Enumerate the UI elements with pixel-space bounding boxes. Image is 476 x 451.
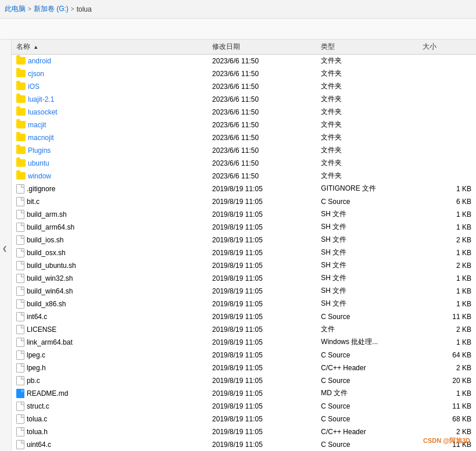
file-date-cell: 2019/8/19 11:05 xyxy=(207,413,316,425)
file-name-cell: build_arm.sh xyxy=(12,208,207,221)
table-row[interactable]: int64.c2019/8/19 11:05C Source11 KB xyxy=(12,310,476,323)
table-row[interactable]: build_x86.sh2019/8/19 11:05SH 文件1 KB xyxy=(12,298,476,310)
file-name-cell: .gitignore xyxy=(12,182,207,195)
file-name-cell: ubuntu xyxy=(12,157,207,170)
file-icon xyxy=(16,363,24,373)
file-date-cell: 2019/8/19 11:05 xyxy=(207,310,316,323)
col-header-name[interactable]: 名称 ▲ xyxy=(12,40,207,55)
table-row[interactable]: build_arm.sh2019/8/19 11:05SH 文件1 KB xyxy=(12,208,476,221)
file-name-cell: build_win64.sh xyxy=(12,285,207,298)
file-type-cell: SH 文件 xyxy=(316,259,418,272)
file-size-cell: 1 KB xyxy=(418,182,476,195)
file-name-label: pb.c xyxy=(27,377,40,385)
file-size-cell xyxy=(418,119,476,131)
table-row[interactable]: build_osx.sh2019/8/19 11:05SH 文件1 KB xyxy=(12,246,476,259)
table-row[interactable]: lpeg.h2019/8/19 11:05C/C++ Header2 KB xyxy=(12,361,476,374)
file-date-cell: 2019/8/19 11:05 xyxy=(207,221,316,234)
table-row[interactable]: android2023/6/6 11:50文件夹 xyxy=(12,55,476,67)
file-size-cell xyxy=(418,144,476,157)
file-date-cell: 2019/8/19 11:05 xyxy=(207,361,316,374)
table-row[interactable]: pb.c2019/8/19 11:05C Source20 KB xyxy=(12,374,476,387)
file-name-cell: android xyxy=(12,55,207,67)
file-name-cell: pb.c xyxy=(12,374,207,387)
table-row[interactable]: bit.c2019/8/19 11:05C Source6 KB xyxy=(12,195,476,208)
file-size-cell: 2 KB xyxy=(418,361,476,374)
file-name-cell: macjit xyxy=(12,119,207,131)
file-table: 名称 ▲ 修改日期 类型 大小 android2023/6/6 11:50文件夹… xyxy=(12,40,476,451)
table-row[interactable]: window2023/6/6 11:50文件夹 xyxy=(12,170,476,182)
file-size-cell xyxy=(418,67,476,80)
file-date-cell: 2019/8/19 11:05 xyxy=(207,298,316,310)
table-row[interactable]: build_arm64.sh2019/8/19 11:05SH 文件1 KB xyxy=(12,221,476,234)
file-name-cell: link_arm64.bat xyxy=(12,336,207,349)
file-size-cell xyxy=(418,157,476,170)
table-row[interactable]: macjit2023/6/6 11:50文件夹 xyxy=(12,119,476,131)
breadcrumb: 此电脑 > 新加卷 (G:) > tolua xyxy=(5,4,92,14)
file-icon xyxy=(16,376,24,385)
file-icon xyxy=(16,235,24,245)
folder-icon xyxy=(16,95,26,103)
file-icon xyxy=(16,210,24,219)
file-name-label: build_arm.sh xyxy=(27,210,67,219)
file-type-cell: 文件夹 xyxy=(316,80,418,93)
file-icon xyxy=(16,414,24,424)
file-icon xyxy=(16,184,24,194)
file-date-cell: 2019/8/19 11:05 xyxy=(207,208,316,221)
table-row[interactable]: LICENSE2019/8/19 11:05文件2 KB xyxy=(12,323,476,336)
table-row[interactable]: iOS2023/6/6 11:50文件夹 xyxy=(12,80,476,93)
file-date-cell: 2023/6/6 11:50 xyxy=(207,93,316,106)
file-name-label: lpeg.c xyxy=(27,351,45,359)
table-row[interactable]: link_arm64.bat2019/8/19 11:05Windows 批处理… xyxy=(12,336,476,349)
table-row[interactable]: luajit-2.12023/6/6 11:50文件夹 xyxy=(12,93,476,106)
breadcrumb-computer[interactable]: 此电脑 xyxy=(5,4,26,14)
table-row[interactable]: build_win32.sh2019/8/19 11:05SH 文件1 KB xyxy=(12,272,476,285)
file-name-label: luajit-2.1 xyxy=(28,95,54,103)
file-icon xyxy=(16,402,24,411)
file-icon-md xyxy=(16,389,24,398)
sidebar: ❮ xyxy=(0,40,12,451)
file-date-cell: 2019/8/19 11:05 xyxy=(207,285,316,298)
sort-icon-name: ▲ xyxy=(33,44,38,50)
file-name-cell: README.md xyxy=(12,387,207,400)
table-row[interactable]: build_win64.sh2019/8/19 11:05SH 文件1 KB xyxy=(12,285,476,298)
table-row[interactable]: tolua.c2019/8/19 11:05C Source68 KB xyxy=(12,413,476,425)
watermark: CSDN @阿旭3D xyxy=(423,436,470,445)
file-date-cell: 2019/8/19 11:05 xyxy=(207,272,316,285)
table-row[interactable]: ubuntu2023/6/6 11:50文件夹 xyxy=(12,157,476,170)
file-size-cell: 1 KB xyxy=(418,298,476,310)
file-date-cell: 2023/6/6 11:50 xyxy=(207,119,316,131)
table-row[interactable]: cjson2023/6/6 11:50文件夹 xyxy=(12,67,476,80)
col-header-type[interactable]: 类型 xyxy=(316,40,418,55)
folder-icon xyxy=(16,121,26,128)
table-row[interactable]: lpeg.c2019/8/19 11:05C Source64 KB xyxy=(12,349,476,361)
file-type-cell: SH 文件 xyxy=(316,285,418,298)
breadcrumb-drive[interactable]: 新加卷 (G:) xyxy=(34,4,69,14)
col-header-size[interactable]: 大小 xyxy=(418,40,476,55)
file-name-label: Plugins xyxy=(28,146,51,155)
table-row[interactable]: struct.c2019/8/19 11:05C Source11 KB xyxy=(12,400,476,413)
file-name-label: README.md xyxy=(27,389,68,398)
table-row[interactable]: luasocket2023/6/6 11:50文件夹 xyxy=(12,106,476,119)
col-header-date[interactable]: 修改日期 xyxy=(207,40,316,55)
content-area[interactable]: 名称 ▲ 修改日期 类型 大小 android2023/6/6 11:50文件夹… xyxy=(12,40,476,451)
file-icon xyxy=(16,197,24,206)
file-name-label: iOS xyxy=(28,83,40,91)
table-row[interactable]: tolua.h2019/8/19 11:05C/C++ Header2 KB xyxy=(12,425,476,438)
table-row[interactable]: macnojit2023/6/6 11:50文件夹 xyxy=(12,131,476,144)
file-name-cell: build_win32.sh xyxy=(12,272,207,285)
table-row[interactable]: build_ubuntu.sh2019/8/19 11:05SH 文件2 KB xyxy=(12,259,476,272)
file-type-cell: 文件夹 xyxy=(316,55,418,67)
file-name-label: build_win64.sh xyxy=(27,287,73,295)
sidebar-collapse-arrow[interactable]: ❮ xyxy=(2,245,7,252)
file-size-cell: 11 KB xyxy=(418,310,476,323)
table-row[interactable]: README.md2019/8/19 11:05MD 文件1 KB xyxy=(12,387,476,400)
file-type-cell: 文件夹 xyxy=(316,131,418,144)
file-size-cell xyxy=(418,80,476,93)
file-icon xyxy=(16,261,24,270)
table-row[interactable]: uint64.c2019/8/19 11:05C Source11 KB xyxy=(12,438,476,451)
file-size-cell: 1 KB xyxy=(418,208,476,221)
table-row[interactable]: Plugins2023/6/6 11:50文件夹 xyxy=(12,144,476,157)
table-row[interactable]: .gitignore2019/8/19 11:05GITIGNORE 文件1 K… xyxy=(12,182,476,195)
table-row[interactable]: build_ios.sh2019/8/19 11:05SH 文件2 KB xyxy=(12,234,476,246)
file-type-cell: Windows 批处理... xyxy=(316,336,418,349)
